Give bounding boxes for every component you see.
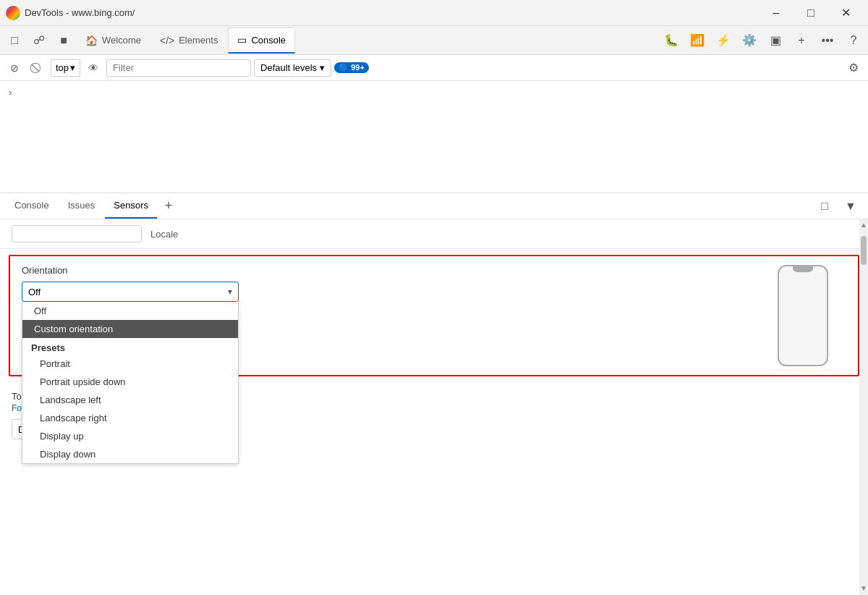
message-count-badge: 🔵 99+ — [334, 62, 369, 73]
window-controls: – □ ✕ — [760, 0, 862, 26]
add-tab-btn[interactable]: + — [790, 29, 813, 52]
phone-notch — [793, 266, 813, 272]
eye-btn[interactable]: 👁 — [83, 58, 103, 78]
dropdown-item-display-up[interactable]: Display up — [22, 427, 238, 445]
window-title: DevTools - www.bing.com/ — [25, 7, 135, 18]
console-toolbar: ⊘ ⃠ top ▾ 👁 Default levels ▾ 🔵 99+ ⚙ — [0, 55, 868, 81]
clear-btn[interactable]: ⊘ — [4, 58, 25, 78]
scroll-up-arrow[interactable]: ▲ — [859, 219, 868, 230]
dropdown-item-landscape-right[interactable]: Landscape right — [22, 409, 238, 427]
dropdown-group-presets: Presets — [22, 338, 238, 355]
device-icon-btn[interactable]: ☍ — [27, 29, 51, 52]
locale-label: Locale — [150, 229, 178, 240]
layers-icon-btn[interactable]: ▣ — [764, 29, 787, 52]
tab-elements[interactable]: </> Elements — [151, 28, 226, 54]
more-options-btn[interactable]: ••• — [816, 29, 839, 52]
sensors-panel: Locale Orientation Off ▾ Off — [0, 219, 868, 595]
select-dropdown-arrow: ▾ — [228, 287, 232, 297]
dropdown-item-display-down[interactable]: Display down — [22, 445, 238, 463]
phone-outline — [778, 265, 828, 366]
dropdown-item-off[interactable]: Off — [22, 302, 238, 320]
tab-welcome-label: Welcome — [102, 35, 141, 46]
orientation-select[interactable]: Off ▾ — [22, 282, 239, 302]
sub-tab-issues[interactable]: Issues — [59, 194, 104, 219]
orientation-value: Off — [28, 287, 41, 298]
maximize-button[interactable]: □ — [794, 0, 827, 26]
orientation-left: Orientation Off ▾ Off Custom orientation — [22, 265, 728, 366]
context-selector[interactable]: top ▾ — [51, 59, 80, 77]
tab-console-label: Console — [251, 35, 286, 46]
orientation-dropdown: Off Custom orientation Presets Portrait — [22, 302, 239, 464]
console-output: › — [0, 81, 868, 193]
dropdown-item-landscape-left[interactable]: Landscape left — [22, 391, 238, 409]
orientation-select-container: Off ▾ Off Custom orientation Presets — [22, 282, 239, 302]
context-dropdown-arrow: ▾ — [70, 62, 75, 73]
sub-tab-sensors[interactable]: Sensors — [105, 194, 157, 219]
log-levels-arrow: ▾ — [320, 62, 325, 73]
tab-console[interactable]: ▭ Console — [228, 28, 295, 54]
settings-gear-btn[interactable]: ⚙ — [843, 58, 864, 78]
elements-icon: </> — [160, 35, 174, 46]
dropdown-item-portrait-upside-down[interactable]: Portrait upside down — [22, 373, 238, 391]
log-levels-label: Default levels — [260, 62, 317, 73]
console-chevron[interactable]: › — [9, 87, 12, 98]
move-panel-btn[interactable]: ▼ — [839, 195, 862, 218]
log-levels-selector[interactable]: Default levels ▾ — [254, 59, 331, 77]
performance-icon-btn[interactable]: ⚡ — [712, 29, 735, 52]
bug-icon-btn[interactable]: 🐛 — [660, 29, 683, 52]
home-icon: 🏠 — [85, 35, 98, 46]
right-scrollbar: ▲ ▼ — [859, 219, 868, 595]
minimize-button[interactable]: – — [760, 0, 793, 26]
sub-tab-bar: Console Issues Sensors + □ ▼ — [0, 193, 868, 219]
close-button[interactable]: ✕ — [829, 0, 862, 26]
bottom-panel: Console Issues Sensors + □ ▼ Locale Orie… — [0, 193, 868, 595]
title-bar: DevTools - www.bing.com/ – □ ✕ — [0, 0, 868, 26]
console-icon: ▭ — [237, 34, 247, 46]
context-value: top — [56, 62, 69, 73]
scroll-thumb[interactable] — [861, 236, 867, 265]
inspect-icon-btn[interactable]: □ — [3, 29, 26, 52]
block-btn[interactable]: ⃠ — [27, 58, 48, 78]
wifi-icon-btn[interactable]: 📶 — [686, 29, 709, 52]
locale-input[interactable] — [12, 225, 142, 242]
locale-row: Locale — [0, 219, 868, 249]
sub-tab-console[interactable]: Console — [6, 194, 58, 219]
tab-welcome[interactable]: 🏠 Welcome — [77, 28, 150, 54]
tab-elements-label: Elements — [179, 35, 218, 46]
tab-bar: □ ☍ ■ 🏠 Welcome </> Elements ▭ Console 🐛… — [0, 26, 868, 55]
scroll-down-arrow[interactable]: ▼ — [859, 583, 868, 594]
orientation-section: Orientation Off ▾ Off Custom orientation — [9, 255, 859, 376]
badge-icon: 🔵 — [339, 63, 351, 72]
dropdown-item-custom[interactable]: Custom orientation — [22, 320, 238, 338]
help-btn[interactable]: ? — [842, 29, 865, 52]
orientation-label: Orientation — [22, 265, 728, 276]
devtools-logo — [6, 6, 20, 20]
add-panel-btn[interactable]: + — [158, 196, 179, 216]
filter-input[interactable] — [106, 59, 251, 77]
sidebar-icon-btn[interactable]: ■ — [52, 29, 75, 52]
dock-icon-btn[interactable]: □ — [813, 195, 836, 218]
dropdown-item-portrait[interactable]: Portrait — [22, 355, 238, 373]
phone-preview — [760, 265, 846, 366]
memory-icon-btn[interactable]: ⚙️ — [738, 29, 761, 52]
